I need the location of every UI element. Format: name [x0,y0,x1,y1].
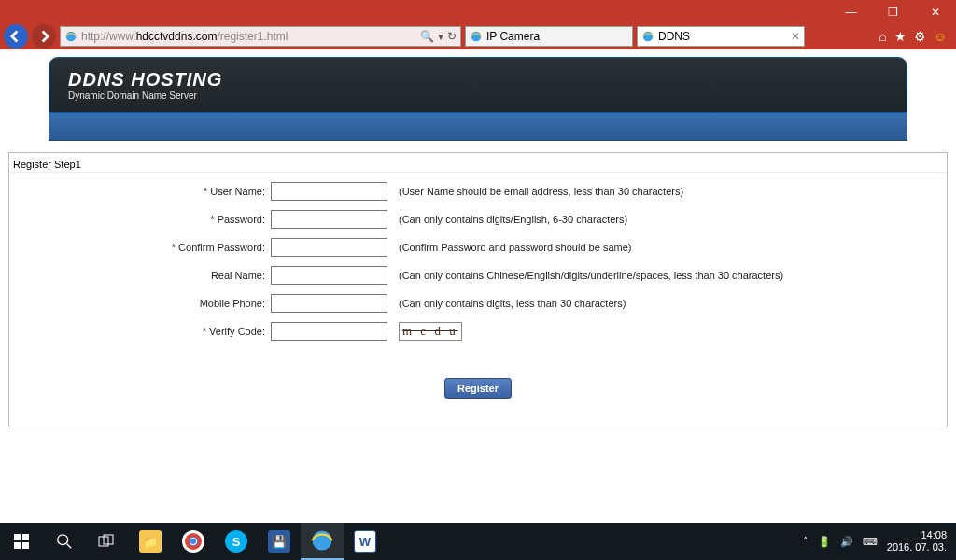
taskbar: 📁 S 💾 W ˄ 🔋 🔊 ⌨ 14:08 2016. 07. 03. [0,523,956,560]
label-verify-code: * Verify Code: [9,326,271,337]
hint-mobile-phone: (Can only contains digits, less than 30 … [399,298,626,309]
input-username[interactable] [271,182,387,201]
refresh-icon[interactable]: ↻ [447,30,457,43]
hint-real-name: (Can only contains Chinese/English/digit… [399,270,783,281]
register-button[interactable]: Register [444,378,512,399]
url-dropdown-icon[interactable]: ▾ [438,30,443,43]
panel-title: Register Step1 [9,157,947,173]
svg-rect-4 [22,534,29,540]
clock-time: 14:08 [887,529,947,541]
search-icon[interactable]: 🔍 [420,30,434,43]
row-mobile-phone: Mobile Phone: (Can only contains digits,… [9,294,947,313]
input-password[interactable] [271,210,387,229]
captcha-image[interactable]: m c d u [399,322,462,341]
site-subtitle: Dynamic Domain Name Server [68,91,888,101]
label-real-name: Real Name: [9,270,271,281]
clock[interactable]: 14:08 2016. 07. 03. [887,529,947,553]
svg-line-8 [67,544,72,549]
svg-point-7 [58,535,68,545]
tab-label: IP Camera [486,30,540,43]
ie-icon [641,30,654,43]
search-taskbar-icon[interactable] [43,523,86,560]
label-username: * User Name: [9,186,271,197]
system-tray: ˄ 🔋 🔊 ⌨ 14:08 2016. 07. 03. [803,529,956,553]
task-view-icon[interactable] [86,523,129,560]
volume-icon[interactable]: 🔊 [840,536,853,548]
label-mobile-phone: Mobile Phone: [9,298,271,309]
close-button[interactable]: ✕ [914,0,956,23]
row-real-name: Real Name: (Can only contains Chinese/En… [9,266,947,285]
svg-point-14 [190,539,196,544]
input-confirm-password[interactable] [271,238,387,257]
battery-icon[interactable]: 🔋 [818,536,831,548]
start-button[interactable] [0,523,43,560]
tab-ddns[interactable]: DDNS ✕ [637,26,805,47]
svg-rect-6 [22,542,29,549]
favorites-icon[interactable]: ★ [894,29,907,44]
hint-username: (User Name should be email address, less… [399,186,683,197]
forward-button[interactable] [32,24,56,49]
svg-rect-5 [14,542,21,549]
page-content: DDNS HOSTING Dynamic Domain Name Server … [0,49,956,523]
ie-icon [470,30,483,43]
row-confirm-password: * Confirm Password: (Confirm Password an… [9,238,947,257]
settings-icon[interactable]: ⚙ [914,29,926,44]
minimize-button[interactable]: — [830,0,872,23]
url-text: http://www.hdcctvddns.com/register1.html [81,30,416,43]
input-real-name[interactable] [271,266,387,285]
register-panel: Register Step1 * User Name: (User Name s… [8,152,948,427]
row-verify-code: * Verify Code: m c d u [9,322,947,341]
row-password: * Password: (Can only contains digits/En… [9,210,947,229]
svg-rect-3 [14,534,21,540]
label-confirm-password: * Confirm Password: [9,242,271,253]
maximize-button[interactable]: ❐ [872,0,914,23]
browser-tools: ⌂ ★ ⚙ ☺ [879,29,952,44]
ime-icon[interactable]: ⌨ [863,536,878,548]
browser-chrome: http://www.hdcctvddns.com/register1.html… [0,23,956,49]
row-username: * User Name: (User Name should be email … [9,182,947,201]
input-mobile-phone[interactable] [271,294,387,313]
tab-ip-camera[interactable]: IP Camera [465,26,633,47]
site-header: DDNS HOSTING Dynamic Domain Name Server [49,57,907,113]
ie-icon [64,30,77,43]
close-tab-icon[interactable]: ✕ [791,30,800,43]
site-title: DDNS HOSTING [68,69,888,91]
window-title-bar: — ❐ ✕ [0,0,956,23]
input-verify-code[interactable] [271,322,387,341]
hint-password: (Can only contains digits/English, 6-30 … [399,214,627,225]
label-password: * Password: [9,214,271,225]
word-icon[interactable]: W [344,523,387,560]
tab-label: DDNS [658,30,690,43]
home-icon[interactable]: ⌂ [879,29,886,44]
chrome-icon[interactable] [172,523,215,560]
save-icon[interactable]: 💾 [258,523,301,560]
tray-chevron-icon[interactable]: ˄ [803,536,808,548]
ie-taskbar-icon[interactable] [301,523,344,560]
hint-confirm-password: (Confirm Password and password should be… [399,242,631,253]
clock-date: 2016. 07. 03. [887,541,947,553]
smiley-icon[interactable]: ☺ [934,29,947,44]
file-explorer-icon[interactable]: 📁 [129,523,172,560]
skype-icon[interactable]: S [215,523,258,560]
back-button[interactable] [4,24,28,49]
address-bar[interactable]: http://www.hdcctvddns.com/register1.html… [60,26,461,47]
nav-bar [49,113,907,141]
